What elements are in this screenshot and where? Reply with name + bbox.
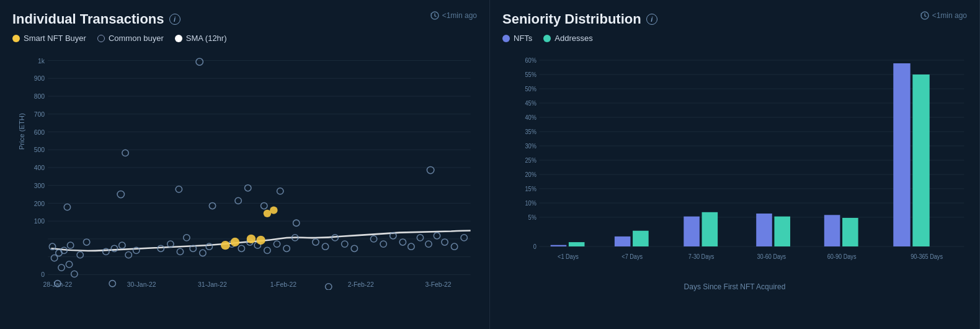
svg-text:500: 500 xyxy=(34,146,45,153)
legend-nfts: NFTs xyxy=(502,34,532,43)
svg-point-91 xyxy=(461,235,467,241)
svg-point-85 xyxy=(408,243,414,250)
scatter-svg: Price (ETH) 1k 900 800 700 600 500 400 3… xyxy=(12,48,477,290)
svg-text:10%: 10% xyxy=(525,200,537,207)
bar-lt1-addr xyxy=(569,242,585,246)
svg-point-51 xyxy=(196,58,203,65)
legend-sma: SMA (12hr) xyxy=(175,34,227,43)
left-info-icon[interactable]: i xyxy=(169,14,180,25)
right-legend: NFTs Addresses xyxy=(502,34,967,43)
svg-point-37 xyxy=(71,271,78,277)
svg-point-78 xyxy=(342,241,348,247)
svg-text:2-Feb-22: 2-Feb-22 xyxy=(348,281,374,288)
left-panel-header: Individual Transactions i <1min ago xyxy=(12,11,477,27)
svg-text:40%: 40% xyxy=(525,114,537,121)
svg-text:7-30 Days: 7-30 Days xyxy=(688,253,715,260)
right-panel-header: Seniority Distribution i <1min ago xyxy=(502,11,967,27)
svg-text:200: 200 xyxy=(34,201,45,207)
right-info-icon[interactable]: i xyxy=(646,14,657,25)
sma-label: SMA (12hr) xyxy=(186,34,227,43)
bar-30-60-nfts xyxy=(756,214,772,246)
svg-point-56 xyxy=(184,235,190,241)
clock-icon xyxy=(430,11,439,20)
bar-60-90-nfts xyxy=(824,215,840,246)
svg-text:30-Jan-22: 30-Jan-22 xyxy=(127,281,156,288)
left-panel: Individual Transactions i <1min ago Smar… xyxy=(0,0,490,329)
svg-point-39 xyxy=(77,251,83,258)
legend-smart-nft-buyer: Smart NFT Buyer xyxy=(12,34,86,43)
svg-text:15%: 15% xyxy=(525,186,537,192)
svg-point-87 xyxy=(425,241,432,247)
svg-text:400: 400 xyxy=(34,164,45,171)
left-legend: Smart NFT Buyer Common buyer SMA (12hr) xyxy=(12,34,477,43)
bar-lt7-nfts xyxy=(615,237,631,246)
svg-text:50%: 50% xyxy=(525,86,537,92)
nfts-dot xyxy=(502,35,510,42)
right-panel-title-group: Seniority Distribution i xyxy=(502,11,657,27)
svg-point-70 xyxy=(245,185,251,191)
svg-text:0: 0 xyxy=(533,243,537,250)
svg-text:5%: 5% xyxy=(528,214,537,221)
svg-point-55 xyxy=(177,248,183,255)
svg-point-86 xyxy=(417,235,423,241)
clock-icon-right xyxy=(920,11,929,20)
common-buyer-dot xyxy=(97,35,105,42)
svg-text:<7 Days: <7 Days xyxy=(621,253,643,260)
addresses-label: Addresses xyxy=(555,34,592,43)
svg-text:0: 0 xyxy=(41,272,45,279)
svg-point-73 xyxy=(277,188,283,194)
svg-point-79 xyxy=(351,245,357,251)
svg-point-41 xyxy=(67,242,73,248)
smart-nft-buyer-label: Smart NFT Buyer xyxy=(24,34,86,43)
svg-text:800: 800 xyxy=(34,93,45,100)
svg-text:20%: 20% xyxy=(525,171,537,178)
svg-point-96 xyxy=(256,236,265,245)
svg-point-52 xyxy=(122,150,128,156)
svg-point-68 xyxy=(283,245,290,251)
svg-point-61 xyxy=(209,202,215,209)
svg-text:60%: 60% xyxy=(525,57,537,64)
svg-point-71 xyxy=(261,202,267,209)
svg-point-36 xyxy=(58,264,65,271)
svg-point-72 xyxy=(235,197,241,204)
right-panel: Seniority Distribution i <1min ago NFTs … xyxy=(490,0,980,329)
svg-text:35%: 35% xyxy=(525,128,537,135)
bar-7-30-nfts xyxy=(684,217,700,246)
sma-dot xyxy=(175,35,182,42)
scatter-chart: Price (ETH) 1k 900 800 700 600 500 400 3… xyxy=(12,48,477,290)
svg-point-94 xyxy=(231,238,240,246)
svg-point-90 xyxy=(451,243,457,250)
svg-point-42 xyxy=(64,204,70,210)
svg-point-45 xyxy=(111,245,117,251)
svg-point-95 xyxy=(247,235,256,243)
svg-text:100: 100 xyxy=(34,218,45,225)
svg-text:90-365 Days: 90-365 Days xyxy=(911,253,943,260)
svg-point-89 xyxy=(442,239,448,245)
svg-text:55%: 55% xyxy=(525,71,537,78)
svg-point-46 xyxy=(119,242,125,248)
left-timestamp: <1min ago xyxy=(430,11,477,20)
bar-lt7-addr xyxy=(633,231,649,246)
svg-point-74 xyxy=(293,220,300,226)
svg-point-63 xyxy=(238,245,244,251)
svg-point-76 xyxy=(322,243,328,250)
svg-point-67 xyxy=(274,241,280,247)
right-timestamp: <1min ago xyxy=(920,11,967,20)
svg-text:3-Feb-22: 3-Feb-22 xyxy=(425,281,451,288)
left-panel-title-group: Individual Transactions i xyxy=(12,11,180,27)
svg-point-98 xyxy=(270,207,277,214)
svg-text:Price (ETH): Price (ETH) xyxy=(18,113,25,150)
svg-point-40 xyxy=(83,239,89,245)
legend-addresses: Addresses xyxy=(543,34,592,43)
svg-text:1k: 1k xyxy=(38,58,45,65)
svg-text:30-60 Days: 30-60 Days xyxy=(757,253,786,260)
svg-text:<1  Days: <1 Days xyxy=(558,253,579,260)
svg-point-88 xyxy=(434,233,440,239)
svg-text:700: 700 xyxy=(34,111,45,118)
addresses-dot xyxy=(543,35,551,42)
svg-text:45%: 45% xyxy=(525,100,537,107)
bar-30-60-addr xyxy=(774,217,790,246)
svg-point-49 xyxy=(109,281,115,287)
svg-point-93 xyxy=(221,241,230,250)
svg-point-58 xyxy=(200,250,206,256)
